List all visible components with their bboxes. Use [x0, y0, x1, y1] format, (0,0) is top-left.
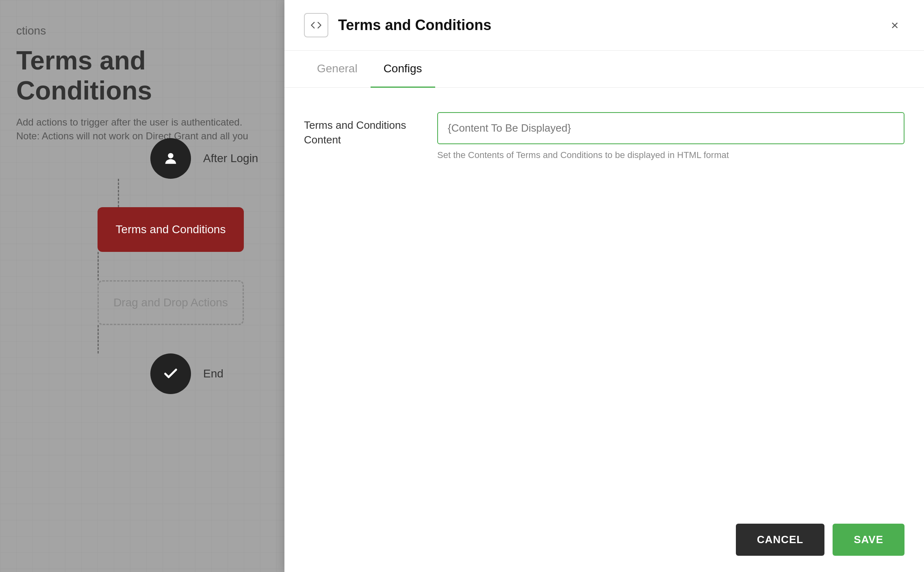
terms-node: Terms and Conditions	[98, 207, 244, 252]
field-hint: Set the Contents of Terms and Conditions…	[437, 150, 904, 160]
drag-drop-node: Drag and Drop Actions	[98, 280, 244, 325]
end-label: End	[203, 367, 223, 380]
flow-row-after-login: After Login	[150, 138, 191, 179]
background-panel: ctions Terms and Conditions Add actions …	[0, 0, 284, 572]
after-login-node	[150, 138, 191, 179]
content-input[interactable]	[437, 112, 904, 144]
close-button[interactable]: ×	[885, 15, 904, 35]
flow-row-end: End	[150, 353, 191, 394]
form-row-terms-content: Terms and Conditions Content Set the Con…	[304, 112, 904, 160]
modal-title: Terms and Conditions	[338, 17, 875, 34]
cancel-button[interactable]: CANCEL	[736, 524, 824, 556]
save-button[interactable]: SAVE	[833, 524, 904, 556]
breadcrumb: ctions	[16, 24, 268, 37]
end-node	[150, 353, 191, 394]
modal-body: Terms and Conditions Content Set the Con…	[284, 88, 924, 507]
modal-panel: Terms and Conditions × General Configs T…	[284, 0, 924, 572]
modal-header: Terms and Conditions ×	[284, 0, 924, 51]
drag-drop-label: Drag and Drop Actions	[113, 296, 228, 309]
after-login-label: After Login	[203, 152, 258, 165]
page-title: Terms and Conditions	[16, 46, 268, 106]
connector-2	[98, 252, 99, 280]
connector-1	[118, 179, 119, 207]
tab-configs[interactable]: Configs	[371, 51, 435, 88]
code-icon-button[interactable]	[304, 13, 328, 37]
field-label: Terms and Conditions Content	[304, 112, 418, 147]
modal-footer: CANCEL SAVE	[284, 507, 924, 572]
form-field-column: Set the Contents of Terms and Conditions…	[437, 112, 904, 160]
flow-diagram: After Login Terms and Conditions Drag an…	[98, 138, 244, 394]
modal-tabs: General Configs	[284, 51, 924, 88]
connector-3	[98, 325, 99, 353]
tab-general[interactable]: General	[304, 51, 371, 88]
svg-point-0	[168, 153, 173, 158]
terms-node-label: Terms and Conditions	[116, 223, 226, 236]
